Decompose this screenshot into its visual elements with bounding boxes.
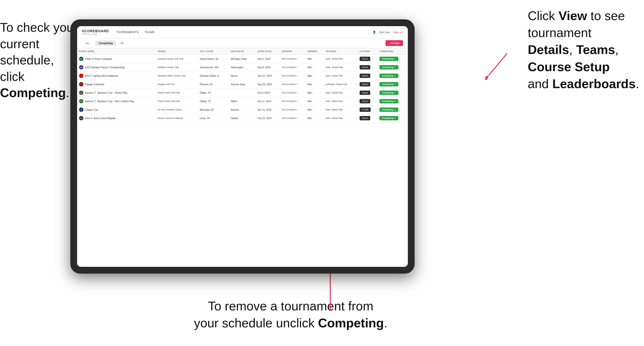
nav-icon: 👤 xyxy=(373,30,376,34)
nav-tournaments[interactable]: TOURNAMENTS xyxy=(116,30,138,34)
col-hosted-by: HOSTED BY xyxy=(229,48,256,55)
cell-city: Grand Haven, MI xyxy=(198,55,229,63)
col-city-state: CITY, STATE xyxy=(198,48,229,55)
event-name-text: Folds of Honor Collegiate xyxy=(85,58,112,60)
cell-actions: View ℹ xyxy=(358,114,378,123)
annotation-tr-text: Click View to seetournamentDetails, Team… xyxy=(528,9,639,91)
cell-city: Lihue, HI xyxy=(198,114,229,123)
annotation-left-line1: To check your xyxy=(0,20,78,34)
cell-event-name: I OFCC Fighting Illini Invitational xyxy=(77,72,156,80)
edit-button[interactable]: ✏ Edit xyxy=(360,108,371,112)
view-button[interactable]: View ℹ xyxy=(360,91,370,95)
cell-division: NCAA Division I xyxy=(280,72,306,80)
col-gender: GENDER xyxy=(306,48,324,55)
col-scoring: SCORING xyxy=(324,48,358,55)
team-logo: W xyxy=(79,65,84,69)
cell-venue: Trinity Forest Golf Club xyxy=(156,97,198,106)
tablet-device: SCOREBOARD Powered by clippi TOURNAMENTS… xyxy=(70,19,414,274)
col-division: DIVISION xyxy=(280,48,306,55)
cell-competing: Competing ✓ xyxy=(378,55,408,63)
cell-city: Dallas, TX xyxy=(198,97,229,106)
view-button[interactable]: View ℹ xyxy=(360,116,370,120)
competing-button[interactable]: Competing ✓ xyxy=(380,74,398,78)
competing-button[interactable]: Competing ✓ xyxy=(380,108,398,112)
view-button[interactable]: View ℹ xyxy=(360,99,370,103)
cell-venue: Sahalee Country Club xyxy=(156,63,198,72)
competing-button[interactable]: Competing ✓ xyxy=(380,99,398,103)
cell-event-name: J Jackson T. Stephens Cup – Men's Match … xyxy=(77,97,156,106)
view-button[interactable]: View ℹ xyxy=(360,74,370,78)
tab-home[interactable]: Ho... xyxy=(82,40,94,46)
annotation-left-line2: current schedule, xyxy=(0,37,54,67)
view-button[interactable]: View ℹ xyxy=(360,82,370,86)
view-button[interactable]: View ℹ xyxy=(360,57,370,61)
cell-hosted-by: Hawaii xyxy=(229,114,256,123)
team-logo: I xyxy=(79,74,84,78)
competing-button[interactable]: Competing ✓ xyxy=(380,116,398,120)
table-header: EVENT NAME VENUE CITY, STATE HOSTED BY S… xyxy=(77,48,408,55)
cell-competing: Competing ✓ xyxy=(378,72,408,80)
table-row: W 2023 Sahalee Players Championship Saha… xyxy=(77,63,408,72)
cell-start-date: Oct 9, 2023 xyxy=(255,89,280,97)
cell-competing: Competing ✓ xyxy=(378,97,408,106)
cell-scoring: team, Match Play xyxy=(324,97,358,106)
tab-competing[interactable]: Competing xyxy=(95,40,116,46)
cell-city: Maricopa, AZ xyxy=(198,106,229,114)
team-logo: H xyxy=(79,116,84,120)
cell-actions: View ℹ xyxy=(358,55,378,63)
competing-button[interactable]: Competing ✓ xyxy=(380,57,398,61)
nav-teams[interactable]: TEAMS xyxy=(144,30,154,34)
cell-start-date: Feb 15, 2024 xyxy=(255,114,280,123)
team-logo: A xyxy=(79,108,84,112)
cell-division: NCAA Division I xyxy=(280,106,306,114)
cell-division: NCAA Division I xyxy=(280,55,306,63)
table-row: A Copper Cup Ak-Chin Southern DunesMaric… xyxy=(77,106,408,114)
cell-venue: American Dunes Golf Club xyxy=(156,55,198,63)
cell-gender: Men xyxy=(306,63,324,72)
nav-links: TOURNAMENTS TEAMS xyxy=(116,30,373,34)
cell-actions: View ℹ xyxy=(358,80,378,89)
competing-button[interactable]: Competing ✓ xyxy=(380,82,398,86)
cell-competing: Competing ✓ xyxy=(378,80,408,89)
cell-gender: Men xyxy=(306,55,324,63)
cell-gender: Men xyxy=(306,97,324,106)
cell-start-date: Sep 9, 2023 xyxy=(255,63,280,72)
cell-scoring: team, Match Play xyxy=(324,106,358,114)
cell-hosted-by: ABAC xyxy=(229,97,256,106)
create-button[interactable]: + Create xyxy=(386,40,403,46)
table-body: S Folds of Honor Collegiate American Dun… xyxy=(77,55,408,123)
arrow-to-view-button xyxy=(485,51,510,80)
annotation-left-end: . xyxy=(66,86,69,100)
cell-hosted-by: Arizona xyxy=(229,106,256,114)
cell-city: Olympia Fields, IL xyxy=(198,72,229,80)
cell-scoring: team, Stroke Play xyxy=(324,114,358,123)
annotation-top-right: Click View to seetournamentDetails, Team… xyxy=(528,7,639,92)
cell-hosted-by: Washington xyxy=(229,63,256,72)
nav-bar: SCOREBOARD Powered by clippi TOURNAMENTS… xyxy=(77,26,408,38)
tournaments-table: EVENT NAME VENUE CITY, STATE HOSTED BY S… xyxy=(77,48,408,123)
table-row: H John A. Burns Intercollegiate Ocean Co… xyxy=(77,114,408,123)
event-name-text: Papago Individual xyxy=(85,83,104,86)
cell-division: NCAA Division I xyxy=(280,89,306,97)
annotation-bottom-text: To remove a tournament fromyour schedule… xyxy=(194,299,388,330)
view-button[interactable]: View ℹ xyxy=(360,65,370,69)
nav-signout[interactable]: Sign out xyxy=(393,31,403,34)
competing-button[interactable]: Competing ✓ xyxy=(380,65,398,69)
cell-division: NCAA Division I xyxy=(280,97,306,106)
cell-division: NCAA Division I xyxy=(280,63,306,72)
event-name-text: John A. Burns Intercollegiate xyxy=(85,117,116,120)
cell-hosted-by: Arizona State xyxy=(229,80,256,89)
cell-event-name: J Jackson T. Stephens Cup – Stroke Play xyxy=(77,89,156,97)
cell-competing: Competing ✓ xyxy=(378,106,408,114)
nav-user: Test User xyxy=(379,31,390,34)
competing-button[interactable]: Competing ✓ xyxy=(380,91,398,95)
table-row: P Papago Individual Papago Golf ClubPhoe… xyxy=(77,80,408,89)
tab-all[interactable]: All xyxy=(117,40,127,46)
cell-actions: View ℹ xyxy=(358,89,378,97)
cell-venue: Olympia Fields Country Club xyxy=(156,72,198,80)
cell-competing: Competing ✓ xyxy=(378,89,408,97)
col-actions: ACTIONS xyxy=(358,48,378,55)
table-row: J Jackson T. Stephens Cup – Men's Match … xyxy=(77,97,408,106)
col-event-name: EVENT NAME xyxy=(77,48,156,55)
cell-hosted-by xyxy=(229,89,256,97)
